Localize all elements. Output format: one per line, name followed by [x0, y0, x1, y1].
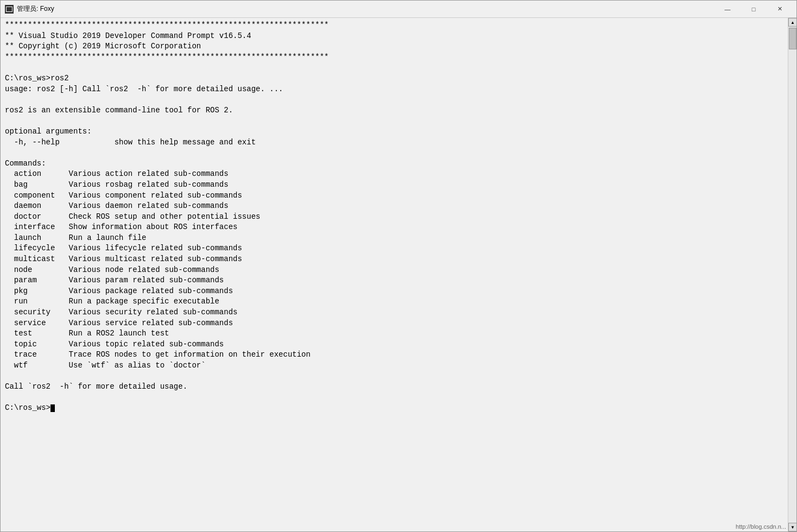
title-bar: 管理员: Foxy — □ ✕ — [1, 1, 796, 18]
minimize-button[interactable]: — — [715, 1, 740, 18]
window: 管理员: Foxy — □ ✕ ************************… — [0, 0, 797, 532]
scrollbar-down-button[interactable]: ▼ — [788, 523, 796, 531]
cmd-icon — [5, 5, 14, 14]
window-title: 管理员: Foxy — [17, 4, 715, 14]
watermark: http://blog.csdn.n... — [736, 523, 786, 530]
window-body: ****************************************… — [1, 18, 796, 531]
maximize-button[interactable]: □ — [741, 1, 766, 18]
scrollbar[interactable]: ▲ ▼ — [788, 18, 796, 531]
scrollbar-thumb[interactable] — [789, 28, 796, 49]
terminal-cursor — [50, 404, 55, 412]
close-button[interactable]: ✕ — [767, 1, 792, 18]
window-controls: — □ ✕ — [715, 1, 792, 18]
scrollbar-track[interactable] — [788, 27, 796, 523]
scrollbar-up-button[interactable]: ▲ — [788, 18, 796, 27]
terminal-output[interactable]: ****************************************… — [1, 18, 788, 531]
